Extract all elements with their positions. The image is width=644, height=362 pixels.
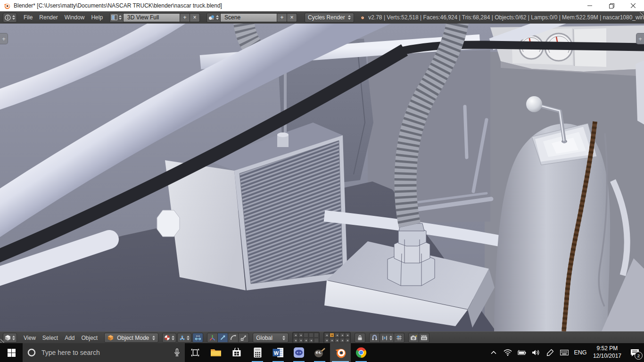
taskbar-app-file-explorer[interactable] (206, 343, 226, 362)
lock-camera-layers-toggle[interactable] (355, 333, 365, 343)
date-label: 12/10/2017 (593, 353, 621, 359)
minimize-button[interactable] (579, 0, 601, 11)
delete-screen-layout-button[interactable]: × (190, 13, 200, 22)
start-button[interactable] (0, 343, 23, 362)
taskbar-app-word[interactable]: W (268, 343, 289, 362)
layer-cell[interactable] (330, 338, 334, 343)
opengl-render-image-button[interactable] (408, 333, 419, 343)
layer-cell[interactable] (309, 333, 314, 337)
menu-add[interactable]: Add (65, 335, 74, 341)
microphone-icon[interactable] (174, 348, 180, 357)
layer-cell[interactable] (340, 333, 345, 337)
snap-grid-icon (396, 335, 402, 341)
screen-layout-browse-button[interactable] (109, 13, 124, 23)
layer-cell[interactable] (335, 338, 339, 343)
transform-orientation-dropdown[interactable]: Global (253, 333, 289, 343)
taskbar-app-gimp[interactable] (309, 343, 330, 362)
render-engine-dropdown[interactable]: Cycles Render (305, 13, 354, 23)
snap-element-selector[interactable] (380, 333, 394, 343)
manipulator-type-buttons (207, 333, 249, 343)
rotate-manipulator-button[interactable] (228, 333, 239, 343)
taskbar-app-microsoft-store[interactable] (226, 343, 247, 362)
menu-view[interactable]: View (24, 335, 36, 341)
scale-manipulator-button[interactable] (239, 333, 249, 343)
layer-cell[interactable] (298, 333, 303, 337)
screen-layout-name-field[interactable]: 3D View Full (124, 13, 180, 22)
screen-layout-widget: 3D View Full + × (109, 13, 200, 23)
camera-icon (410, 335, 417, 341)
scale-arrow-icon (240, 335, 247, 341)
interaction-mode-dropdown[interactable]: Object Mode (104, 333, 158, 343)
opengl-render-animation-button[interactable] (419, 333, 429, 343)
layer-cell[interactable] (293, 338, 298, 343)
taskbar-app-calculator[interactable] (247, 343, 268, 362)
layer-cell[interactable] (345, 338, 350, 343)
close-button[interactable] (622, 0, 644, 11)
layers-group-1[interactable] (292, 332, 320, 344)
menu-file[interactable]: File (24, 14, 33, 21)
taskbar-search-box[interactable] (23, 343, 185, 362)
menu-render[interactable]: Render (39, 14, 58, 21)
info-editor-header: File Render Window Help 3D View Full + × (0, 11, 644, 24)
manipulator-axes-button[interactable] (207, 333, 218, 343)
layer-cell[interactable] (340, 338, 345, 343)
layer-cell[interactable] (324, 338, 329, 343)
task-view-button[interactable] (185, 343, 206, 362)
translate-manipulator-button[interactable] (218, 333, 228, 343)
taskbar-app-discord[interactable] (289, 343, 309, 362)
layer-cell[interactable] (324, 333, 329, 337)
properties-shelf-expand-tab[interactable]: + (636, 33, 644, 44)
delete-scene-button[interactable]: × (287, 13, 297, 22)
window-titlebar[interactable]: Blender* [C:\Users\matty\Documents\NASCA… (0, 0, 644, 11)
layer-cell[interactable] (309, 338, 314, 343)
layer-cell[interactable] (345, 333, 350, 337)
restore-button[interactable] (601, 0, 622, 11)
taskbar-app-blender[interactable] (330, 343, 351, 362)
manipulator-toggle[interactable] (192, 333, 203, 343)
editor-type-selector[interactable] (3, 13, 17, 23)
scene-name-field[interactable]: Scene (221, 13, 277, 22)
layer-cell[interactable] (298, 338, 303, 343)
editor-type-selector-3dview[interactable] (3, 333, 17, 343)
viewport-shading-selector[interactable] (162, 333, 176, 343)
scene-browse-button[interactable] (206, 13, 221, 23)
battery-icon[interactable] (515, 343, 529, 362)
volume-icon[interactable] (529, 343, 543, 362)
pen-icon[interactable] (543, 343, 557, 362)
layer-cell[interactable] (304, 333, 308, 337)
info-editor-icon (5, 15, 11, 21)
chrome-icon (355, 347, 367, 358)
menu-select[interactable]: Select (42, 335, 58, 341)
editor-type-stepper[interactable] (12, 15, 15, 20)
action-center-button[interactable]: 2 (625, 343, 644, 362)
layer-cell[interactable] (304, 338, 308, 343)
add-screen-layout-button[interactable]: + (180, 13, 190, 22)
layer-cell[interactable] (314, 338, 319, 343)
wifi-icon[interactable] (501, 343, 515, 362)
snap-toggle[interactable] (369, 333, 380, 343)
search-input[interactable] (41, 348, 169, 357)
system-tray: ENG 9:52 PM 12/10/2017 2 (487, 343, 644, 362)
tray-overflow-chevron[interactable] (487, 343, 501, 362)
tool-shelf-expand-tab[interactable]: + (0, 33, 8, 44)
add-scene-button[interactable]: + (277, 13, 287, 22)
pivot-point-selector[interactable] (177, 333, 191, 343)
clock[interactable]: 9:52 PM 12/10/2017 (589, 343, 625, 362)
3d-viewport[interactable]: 40 60 40 60 (0, 24, 644, 331)
menu-object[interactable]: Object (82, 335, 98, 341)
scene-statistics: v2.78 | Verts:52,518 | Faces:46,924 | Tr… (368, 14, 644, 21)
language-indicator[interactable]: ENG (571, 343, 589, 362)
magnet-icon (372, 335, 378, 341)
layers-group-2[interactable] (323, 332, 351, 344)
snap-target-button[interactable] (394, 333, 405, 343)
layer-cell[interactable] (335, 333, 339, 337)
layer-cell[interactable] (314, 333, 319, 337)
manipulator-icon (195, 335, 201, 341)
touch-keyboard-icon[interactable] (557, 343, 571, 362)
layer-cell[interactable] (293, 333, 298, 337)
menu-help[interactable]: Help (91, 14, 103, 21)
layer-cell[interactable] (330, 333, 334, 337)
menu-window[interactable]: Window (65, 14, 85, 21)
taskbar-app-chrome[interactable] (351, 343, 372, 362)
file-explorer-icon (210, 348, 222, 357)
